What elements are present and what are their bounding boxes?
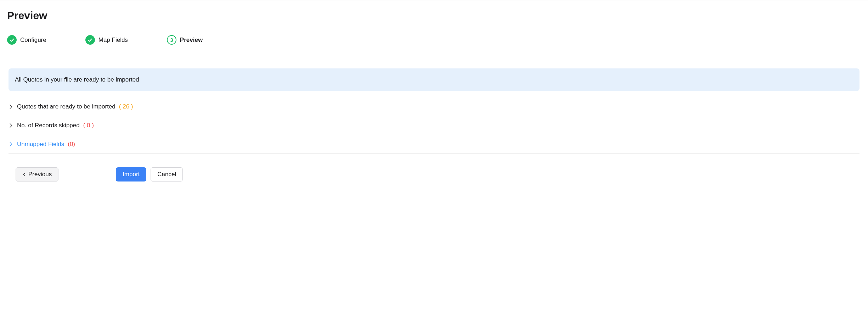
info-banner: All Quotes in your file are ready to be … — [9, 68, 859, 91]
summary-row-unmapped[interactable]: Unmapped Fields (0) — [9, 135, 859, 154]
summary-row-count: ( 0 ) — [83, 122, 94, 129]
summary-row-ready[interactable]: Quotes that are ready to be imported ( 2… — [9, 103, 859, 116]
chevron-right-icon — [9, 104, 13, 109]
chevron-left-icon — [22, 173, 26, 177]
page-header: Preview — [0, 0, 868, 22]
summary-row-count: ( 26 ) — [119, 103, 133, 110]
step-label: Map Fields — [98, 37, 128, 44]
info-banner-text: All Quotes in your file are ready to be … — [15, 76, 139, 83]
action-bar: Previous Import Cancel — [0, 154, 868, 190]
summary-row-label: Quotes that are ready to be imported — [17, 103, 115, 110]
import-button[interactable]: Import — [116, 167, 146, 181]
import-button-label: Import — [123, 171, 140, 178]
cancel-button-label: Cancel — [157, 171, 176, 178]
step-map-fields[interactable]: Map Fields — [85, 35, 128, 45]
step-number: 3 — [170, 37, 173, 43]
cancel-button[interactable]: Cancel — [151, 167, 183, 181]
page-title: Preview — [7, 10, 861, 22]
chevron-right-icon — [9, 123, 13, 128]
summary-row-label: No. of Records skipped — [17, 122, 80, 129]
step-connector — [131, 40, 163, 40]
step-label: Configure — [20, 37, 46, 44]
step-connector — [50, 40, 82, 40]
summary-row-count: (0) — [68, 141, 75, 148]
summary-row-skipped[interactable]: No. of Records skipped ( 0 ) — [9, 116, 859, 135]
step-preview[interactable]: 3 Preview — [167, 35, 203, 45]
check-icon — [85, 35, 95, 45]
previous-button-label: Previous — [28, 171, 52, 178]
check-icon — [7, 35, 17, 45]
chevron-right-icon — [9, 142, 13, 147]
summary-list: Quotes that are ready to be imported ( 2… — [9, 103, 859, 154]
step-configure[interactable]: Configure — [7, 35, 46, 45]
step-number-circle: 3 — [167, 35, 176, 45]
step-label: Preview — [180, 37, 203, 44]
stepper: Configure Map Fields 3 Preview — [0, 22, 868, 54]
previous-button[interactable]: Previous — [16, 167, 58, 181]
summary-row-label: Unmapped Fields — [17, 141, 64, 148]
